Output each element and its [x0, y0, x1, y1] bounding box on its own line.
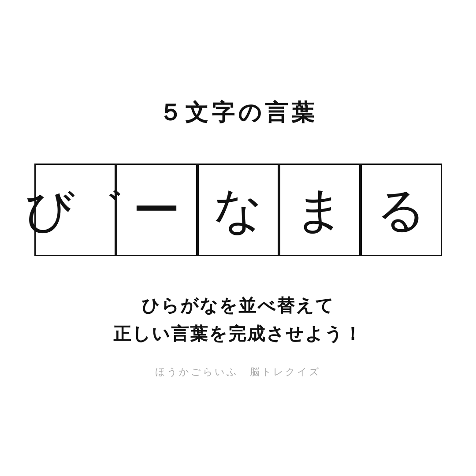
tile-1: び゛ [34, 164, 116, 256]
instruction-text: ひらがなを並べ替えて 正しい言葉を完成させよう！ [113, 291, 363, 348]
page-title: ５文字の言葉 [159, 97, 318, 128]
tile-5: る [361, 164, 442, 256]
instruction-line2: 正しい言葉を完成させよう！ [113, 320, 363, 348]
instruction-line1: ひらがなを並べ替えて [113, 291, 363, 320]
tile-4: ま [279, 164, 361, 256]
tiles-row: び゛ ー な ま る [34, 164, 442, 256]
tile-2: ー [116, 164, 197, 256]
credit-text: ほうかごらいふ 脳トレクイズ [155, 365, 321, 379]
tile-3: な [197, 164, 279, 256]
